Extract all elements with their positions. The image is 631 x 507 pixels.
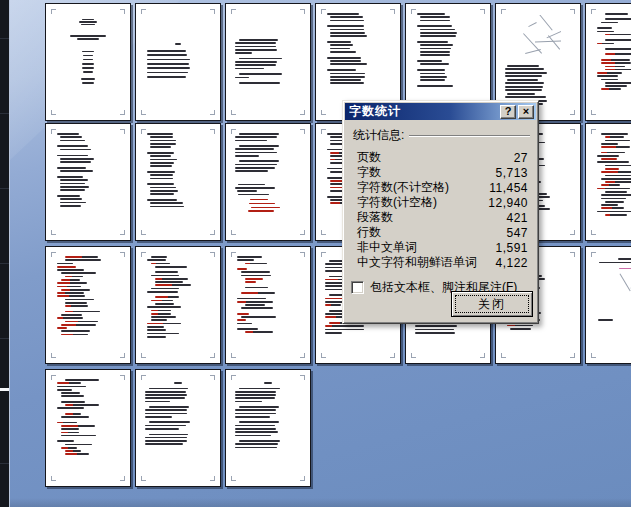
text-line xyxy=(601,133,628,135)
crop-mark xyxy=(321,9,326,14)
help-button[interactable]: ? xyxy=(500,105,516,119)
text-line xyxy=(601,198,626,200)
text-line xyxy=(174,382,182,384)
crop-mark xyxy=(210,230,215,235)
text-line xyxy=(57,295,86,297)
text-line xyxy=(150,162,173,164)
text-line xyxy=(57,317,83,319)
text-line xyxy=(150,202,183,204)
text-line xyxy=(235,140,267,142)
text-line xyxy=(245,287,268,289)
text-line xyxy=(505,86,543,88)
crop-mark xyxy=(210,353,215,358)
panel-divider xyxy=(0,463,9,464)
text-line xyxy=(61,432,80,434)
crop-mark xyxy=(300,9,305,14)
stat-value: 4,122 xyxy=(495,256,528,270)
crop-mark xyxy=(321,110,326,115)
text-line xyxy=(597,161,629,163)
crop-mark xyxy=(120,110,125,115)
text-line xyxy=(235,431,278,433)
include-footnotes-checkbox[interactable] xyxy=(351,281,364,294)
text-line xyxy=(235,409,276,411)
crop-mark xyxy=(51,476,56,481)
crop-mark xyxy=(231,476,236,481)
text-line xyxy=(420,76,446,78)
dialog-titlebar[interactable]: 字数统计 ? × xyxy=(345,103,536,120)
page-thumbnail[interactable] xyxy=(45,246,131,364)
text-line xyxy=(145,413,186,415)
page-thumbnail[interactable] xyxy=(585,123,631,241)
text-line xyxy=(150,193,174,195)
text-line xyxy=(239,160,279,162)
text-line xyxy=(145,425,186,427)
text-line xyxy=(147,333,179,335)
text-line xyxy=(151,313,171,315)
page-thumbnail[interactable] xyxy=(135,3,221,121)
page-thumbnail[interactable] xyxy=(225,369,311,487)
text-line xyxy=(149,388,189,390)
page-thumbnail[interactable] xyxy=(45,369,131,487)
close-button-label: 关闭 xyxy=(455,295,529,313)
text-line xyxy=(239,39,278,41)
text-line xyxy=(150,146,171,148)
text-line xyxy=(82,63,93,65)
page-thumbnail[interactable] xyxy=(585,246,631,364)
text-line xyxy=(147,50,185,52)
text-line xyxy=(155,296,179,298)
crop-mark xyxy=(141,252,146,257)
page-thumbnail[interactable] xyxy=(135,369,221,487)
stat-row: 行数547 xyxy=(343,225,538,240)
text-line xyxy=(601,62,631,64)
text-line xyxy=(151,263,170,265)
page-thumbnail[interactable] xyxy=(225,123,311,241)
text-line xyxy=(149,406,190,408)
text-line xyxy=(239,440,280,442)
text-line xyxy=(60,186,89,188)
close-button[interactable]: 关闭 xyxy=(451,291,533,317)
text-line xyxy=(57,269,84,271)
page-thumbnail[interactable] xyxy=(225,246,311,364)
text-line xyxy=(605,69,631,71)
text-line xyxy=(249,203,275,205)
page-thumbnail[interactable] xyxy=(45,123,131,241)
spacer xyxy=(504,331,572,334)
spacer xyxy=(54,457,122,459)
text-line xyxy=(235,391,275,393)
close-x-button[interactable]: × xyxy=(518,105,534,119)
text-line xyxy=(327,57,361,59)
text-line xyxy=(605,34,631,36)
text-line xyxy=(235,136,277,138)
text-line xyxy=(601,194,631,196)
text-line xyxy=(235,148,274,150)
crop-mark xyxy=(231,110,236,115)
page-thumbnail[interactable] xyxy=(585,3,631,121)
crop-mark xyxy=(321,252,326,257)
text-line xyxy=(417,25,452,27)
text-line xyxy=(60,170,93,172)
text-line xyxy=(145,437,187,439)
page-thumbnail[interactable] xyxy=(45,3,131,121)
crop-mark xyxy=(300,230,305,235)
page-thumbnail[interactable] xyxy=(135,246,221,364)
text-line xyxy=(601,79,619,81)
stat-label: 中文字符和朝鲜语单词 xyxy=(357,254,477,271)
text-line xyxy=(601,88,621,90)
preview-canvas: 字数统计 ? × 统计信息: 页数27字数5,713字符数(不计空格)11,45… xyxy=(10,0,631,507)
crop-mark xyxy=(300,252,305,257)
text-line xyxy=(601,143,618,145)
text-line xyxy=(237,259,254,261)
text-line xyxy=(597,27,613,29)
text-line xyxy=(83,59,92,61)
text-line xyxy=(57,282,87,284)
text-line xyxy=(151,310,172,312)
crop-mark xyxy=(141,9,146,14)
page-thumbnail[interactable] xyxy=(135,123,221,241)
text-line xyxy=(150,140,175,142)
page-thumbnail[interactable] xyxy=(225,3,311,121)
text-line xyxy=(65,379,99,381)
text-line xyxy=(150,178,173,180)
text-line xyxy=(601,152,625,154)
crop-mark xyxy=(120,476,125,481)
text-line xyxy=(327,41,351,43)
